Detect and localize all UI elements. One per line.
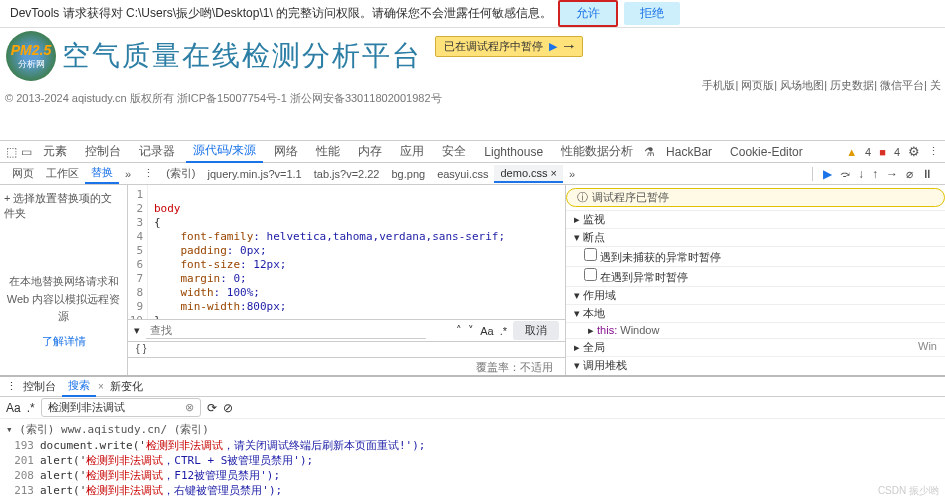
more-icon[interactable]: ⋮ (928, 145, 939, 158)
clear-icon[interactable]: ⊗ (185, 401, 194, 414)
paused-badge: ⓘ调试程序已暂停 (566, 188, 945, 207)
step-into-icon[interactable]: ↓ (858, 167, 864, 181)
gear-icon[interactable]: ⚙ (908, 144, 920, 159)
file-tab-jquery[interactable]: jquery.min.js?v=1.1 (201, 166, 307, 182)
subtab-page[interactable]: 网页 (6, 164, 40, 183)
tab-memory[interactable]: 内存 (351, 141, 389, 162)
device-icon[interactable]: ▭ (21, 145, 32, 159)
result-line[interactable]: 208alert('检测到非法调试，F12被管理员禁用'); (0, 468, 945, 483)
pause-exc-icon[interactable]: ⏸ (921, 167, 933, 181)
file-tab-bg[interactable]: bg.png (385, 166, 431, 182)
devtools-tabstrip: ⬚ ▭ 元素 控制台 记录器 源代码/来源 网络 性能 内存 应用 安全 Lig… (0, 141, 945, 163)
vdots-icon[interactable]: ⋮ (143, 167, 154, 180)
chevron-down-icon[interactable]: ▾ (574, 231, 580, 243)
tab-hackbar[interactable]: HackBar (659, 143, 719, 161)
clear-results-icon[interactable]: ⊘ (223, 401, 233, 415)
find-input[interactable] (146, 322, 426, 339)
site-title: 空气质量在线检测分析平台 (62, 37, 422, 75)
watermark: CSDN 振少哟 (878, 484, 939, 498)
step-icon[interactable]: → (886, 167, 898, 181)
tab-console[interactable]: 控制台 (78, 141, 128, 162)
search-input[interactable]: 检测到非法调试⊗ (41, 398, 201, 417)
file-tab-more[interactable]: » (563, 166, 581, 182)
result-line[interactable]: 193document.write('检测到非法调试，请关闭调试终端后刷新本页面… (0, 438, 945, 453)
inspect-icon[interactable]: ⬚ (6, 145, 17, 159)
tab-network[interactable]: 网络 (267, 141, 305, 162)
override-hint: 在本地替换网络请求和 Web 内容以模拟远程资源 (4, 273, 123, 326)
refresh-icon[interactable]: ⟳ (207, 401, 217, 415)
cancel-button[interactable]: 取消 (513, 321, 559, 340)
chevron-down-icon[interactable]: ▾ (574, 307, 580, 319)
tab-security[interactable]: 安全 (435, 141, 473, 162)
permission-text: DevTools 请求获得对 C:\Users\振少哟\Desktop\1\ 的… (10, 5, 552, 22)
perfinsights-icon: ⚗ (644, 145, 655, 159)
error-icon[interactable]: ■ (879, 146, 886, 158)
allow-button[interactable]: 允许 (558, 0, 618, 27)
code-content[interactable]: body { font-family: helvetica,tahoma,ver… (148, 185, 511, 319)
tab-sources[interactable]: 源代码/来源 (186, 140, 263, 163)
scope-header[interactable]: 作用域 (583, 289, 616, 301)
chevron-right-icon[interactable]: ▸ (588, 324, 594, 336)
tab-lighthouse[interactable]: Lighthouse (477, 143, 550, 161)
regex-icon[interactable]: .* (27, 401, 35, 415)
site-nav-links[interactable]: 手机版| 网页版| 风场地图| 历史数据| 微信平台| 关 (702, 78, 941, 93)
tab-elements[interactable]: 元素 (36, 141, 74, 162)
subtab-more[interactable]: » (119, 166, 137, 182)
bracket-indicator: { } (128, 341, 565, 357)
code-editor: 12345678910111213 body { font-family: he… (128, 185, 565, 375)
match-case-button[interactable]: Aa (480, 325, 493, 337)
step-over-icon[interactable]: ⤼ (840, 167, 850, 181)
breakpoints-header[interactable]: 断点 (583, 231, 605, 243)
step-out-icon[interactable]: ↑ (872, 167, 878, 181)
prev-match-icon[interactable]: ˄ (456, 324, 462, 337)
resume-icon[interactable]: ▶ (823, 167, 832, 181)
drawer-menu-icon[interactable]: ⋮ (6, 380, 17, 393)
debugger-sidebar: ⓘ调试程序已暂停 ▸ 监视 ▾ 断点 遇到未捕获的异常时暂停 在遇到异常时暂停 … (565, 185, 945, 375)
debug-paused-badge[interactable]: 已在调试程序中暂停 ▶ ⭢ (435, 36, 583, 57)
warn-icon[interactable]: ▲ (846, 146, 857, 158)
chevron-right-icon[interactable]: ▸ (574, 341, 580, 353)
tab-cookie[interactable]: Cookie-Editor (723, 143, 810, 161)
subtab-workspace[interactable]: 工作区 (40, 164, 85, 183)
bp-caught-checkbox[interactable] (584, 268, 597, 281)
result-file-header[interactable]: ▾ (索引) www.aqistudy.cn/ (索引) (0, 421, 945, 438)
file-tab-easyui[interactable]: easyui.css (431, 166, 494, 182)
regex-button[interactable]: .* (500, 325, 507, 337)
tab-performance[interactable]: 性能 (309, 141, 347, 162)
watch-header[interactable]: 监视 (583, 213, 605, 225)
step-icon[interactable]: ⭢ (563, 41, 574, 53)
sources-subtabs: 网页 工作区 替换 » ⋮ (索引) jquery.min.js?v=1.1 t… (0, 163, 945, 185)
site-logo: PM2.5 分析网 (6, 31, 56, 81)
tab-application[interactable]: 应用 (393, 141, 431, 162)
bp-uncaught-checkbox[interactable] (584, 248, 597, 261)
subtab-overrides[interactable]: 替换 (85, 163, 119, 184)
callstack-header[interactable]: 调用堆栈 (583, 359, 627, 371)
deny-button[interactable]: 拒绝 (624, 2, 680, 25)
find-caret-icon[interactable]: ▾ (134, 324, 140, 337)
execution-controls: ▶ ⤼ ↓ ↑ → ⌀ ⏸ (817, 167, 939, 181)
search-results: ▾ (索引) www.aqistudy.cn/ (索引) 193document… (0, 419, 945, 500)
result-line[interactable]: 201alert('检测到非法调试，CTRL + S被管理员禁用'); (0, 453, 945, 468)
deactivate-bp-icon[interactable]: ⌀ (906, 167, 913, 181)
overrides-navigator: + 选择放置替换项的文件夹 在本地替换网络请求和 Web 内容以模拟远程资源 了… (0, 185, 128, 375)
file-tab-tabjs[interactable]: tab.js?v=2.22 (308, 166, 386, 182)
next-match-icon[interactable]: ˅ (468, 324, 474, 337)
tab-perfinsights[interactable]: 性能数据分析 (554, 141, 640, 162)
learn-more-link[interactable]: 了解详情 (42, 334, 86, 349)
line-gutter[interactable]: 12345678910111213 (128, 185, 148, 319)
drawer-tab-changes[interactable]: 新变化 (104, 377, 149, 396)
file-tabs: (索引) jquery.min.js?v=1.1 tab.js?v=2.22 b… (160, 164, 808, 183)
match-case-button[interactable]: Aa (6, 401, 21, 415)
tab-recorder[interactable]: 记录器 (132, 141, 182, 162)
resume-icon[interactable]: ▶ (549, 40, 557, 53)
drawer: ⋮ 控制台 搜索× 新变化 Aa .* 检测到非法调试⊗ ⟳ ⊘ ▾ (索引) … (0, 375, 945, 500)
drawer-tab-console[interactable]: 控制台 (17, 377, 62, 396)
chevron-down-icon[interactable]: ▾ (574, 359, 580, 371)
result-line[interactable]: 213alert('检测到非法调试，右键被管理员禁用'); (0, 483, 945, 498)
file-tab-index[interactable]: (索引) (160, 164, 201, 183)
chevron-right-icon[interactable]: ▸ (574, 213, 580, 225)
drawer-tab-search[interactable]: 搜索 (62, 376, 96, 397)
file-tab-demo[interactable]: demo.css × (494, 165, 563, 183)
chevron-down-icon[interactable]: ▾ (574, 289, 580, 301)
coverage-label: 覆盖率：不适用 (128, 357, 565, 375)
